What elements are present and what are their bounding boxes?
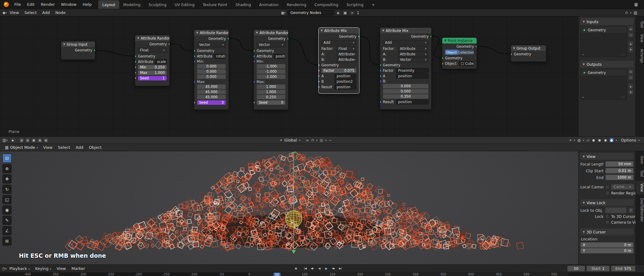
max-socket[interactable] (254, 80, 255, 83)
render-region-checkbox[interactable] (605, 191, 609, 195)
node-attribute-randomize-position[interactable]: ▼Attribute Randomize Geometry Vector▾ Ge… (254, 30, 289, 110)
unlink-button[interactable]: × (349, 10, 355, 16)
max-x-field[interactable]: 1.000 (257, 84, 285, 89)
geometry-input-socket[interactable] (511, 53, 512, 56)
attribute-name-field[interactable]: scale (155, 59, 167, 64)
tab-tool[interactable]: Tool (636, 167, 644, 180)
workspace-tab-compositing[interactable]: Compositing (310, 0, 342, 9)
min-vector-fields[interactable]: 0.000 0.000 0.000 (197, 64, 226, 79)
shading-solid-icon[interactable]: ● (598, 138, 602, 142)
outputs-list[interactable]: Geometry ▸:::: (580, 69, 627, 100)
auto-keyframe-button[interactable]: ◉ (293, 266, 299, 271)
seed-socket[interactable] (135, 77, 136, 80)
move-tool[interactable]: ✥ (2, 174, 12, 183)
geometry-input-socket[interactable] (135, 55, 136, 58)
collapse-icon[interactable]: ▼ (382, 29, 384, 32)
attribute-socket[interactable] (194, 55, 195, 58)
workspace-tab-rendering[interactable]: Rendering (283, 0, 310, 9)
b-socket[interactable] (318, 80, 320, 83)
camera-to-view-checkbox[interactable] (605, 220, 609, 224)
node-editor-canvas[interactable]: ▼Group Input Geometry ▼Attribute Randomi… (0, 16, 644, 136)
max-y-field[interactable]: 45.000 (197, 89, 226, 94)
max-x-field[interactable]: 45.000 (197, 84, 226, 89)
cursor-tool[interactable]: ⊕ (2, 164, 12, 173)
geometry-output-socket[interactable] (227, 37, 229, 40)
pin-icon[interactable]: ↧ (356, 11, 360, 15)
add-workspace-button[interactable]: + (368, 0, 379, 9)
geometry-input-socket[interactable] (442, 57, 443, 60)
geometry-output-socket[interactable] (168, 43, 170, 46)
local-camera-checkbox[interactable] (605, 185, 609, 189)
snapping-magnet-icon[interactable]: ∩ (311, 138, 314, 142)
node-attribute-mix-1[interactable]: ▼Attribute Mix Geometry Add▾ Factor:Floa… (318, 27, 359, 94)
transform-tool[interactable]: ◉ (2, 205, 12, 215)
frame-end-field[interactable]: End575 (611, 266, 635, 271)
new-copy-button[interactable]: ▣ (342, 10, 348, 16)
clear-icon[interactable]: × (629, 185, 631, 189)
b-z-field[interactable]: 0.350 (383, 94, 429, 99)
measure-tool[interactable]: ∠ (2, 226, 12, 235)
tab-tool[interactable]: Tool (636, 18, 644, 30)
data-type-dropdown[interactable]: Vector▾ (197, 42, 226, 47)
workspace-tab-uv-editing[interactable]: UV Editing (171, 0, 199, 9)
collapse-icon[interactable]: ▼ (256, 31, 258, 34)
factor-type-dropdown[interactable]: Attribute▾ (398, 46, 429, 51)
min-field[interactable]: Min0.250 (138, 65, 167, 70)
node-menu-select[interactable]: Select (22, 10, 39, 15)
max-socket[interactable] (135, 72, 136, 74)
move-input-up-button[interactable]: ▴ (628, 41, 633, 46)
viewport-canvas[interactable]: ⊡ ⊕ ✥ ↻ ◱ ◉ ✎ ∠ ⊞ Hit ESC or RMB when do… (0, 151, 644, 264)
tool-setting-icon-5[interactable]: ▨ (43, 137, 49, 143)
collapse-icon[interactable]: ▼ (444, 39, 446, 42)
eyedropper-icon[interactable]: / (628, 208, 634, 213)
min-vector-fields[interactable]: -1.000 -1.000 -1.000 (257, 64, 285, 79)
tab-view[interactable]: View (636, 31, 644, 45)
play-button[interactable]: ▶ (323, 266, 329, 271)
annotate-tool[interactable]: ✎ (2, 216, 12, 225)
add-input-button[interactable]: + (628, 26, 633, 32)
clip-end-field[interactable]: 1000 m (605, 175, 634, 180)
editor-type-caret-icon[interactable]: ▾ (6, 139, 8, 142)
workspace-tab-modeling[interactable]: Modeling (119, 0, 145, 9)
play-reverse-button[interactable]: ◀ (316, 266, 322, 271)
browse-node-tree-button[interactable]: ▦▾ (281, 10, 286, 16)
menu-window[interactable]: Window (58, 2, 79, 7)
a-socket[interactable] (318, 75, 320, 78)
b-type-dropdown[interactable]: Attribute▾ (336, 57, 357, 62)
node-group-input[interactable]: ▼Group Input Geometry (61, 41, 95, 60)
toggle-collection[interactable]: Collection (458, 50, 474, 55)
node-attribute-randomize-rotation[interactable]: ▼Attribute Randomize Geometry Vector▾ Ge… (194, 30, 229, 110)
b-socket[interactable] (380, 80, 381, 82)
viewport-menu-select[interactable]: Select (55, 145, 73, 150)
geometry-output-socket[interactable] (94, 49, 95, 52)
min-socket[interactable] (194, 60, 195, 63)
data-type-dropdown[interactable]: Vector▾ (257, 42, 285, 47)
input-item-geometry[interactable]: Geometry (581, 27, 627, 33)
max-y-field[interactable]: 1.000 (257, 89, 285, 94)
caret-down-icon[interactable]: ▾ (299, 139, 301, 142)
editor-type-icon[interactable]: ◆ (2, 10, 5, 15)
factor-socket[interactable] (318, 69, 320, 72)
shading-material-icon[interactable]: ● (604, 138, 607, 142)
editor-type-icon[interactable]: ◷ (2, 266, 5, 271)
b-x-field[interactable]: 0.000 (383, 84, 429, 89)
caret-down-icon[interactable]: ▾ (583, 139, 584, 142)
object-field[interactable]: Cube× (459, 61, 474, 66)
snap-target-icon[interactable]: ∞ (306, 138, 309, 142)
max-z-field[interactable]: 45.000 (197, 95, 226, 100)
blend-mode-dropdown[interactable]: Add▾ (383, 40, 429, 45)
view-panel-header[interactable]: ▼View (580, 153, 634, 160)
to-3d-cursor-checkbox[interactable] (605, 215, 609, 218)
frame-ruler[interactable]: 50 -400-350-300-250-200-150-100-50050100… (0, 272, 644, 276)
caret-down-icon[interactable]: ▾ (616, 139, 617, 142)
caret-down-icon[interactable]: ▾ (316, 139, 318, 142)
collapse-icon[interactable]: ▼ (513, 47, 515, 50)
focal-length-field[interactable]: 50 mm (605, 161, 634, 167)
caret-down-icon[interactable]: ▾ (638, 139, 640, 142)
b-field[interactable]: position2 (334, 79, 356, 84)
geometry-output-socket[interactable] (475, 45, 477, 48)
shading-rendered-icon[interactable]: ● (610, 138, 614, 142)
scale-tool[interactable]: ◱ (2, 195, 12, 204)
outputs-panel-header[interactable]: ▼Outputs (580, 61, 634, 68)
lock-to-object-field[interactable] (605, 208, 626, 213)
